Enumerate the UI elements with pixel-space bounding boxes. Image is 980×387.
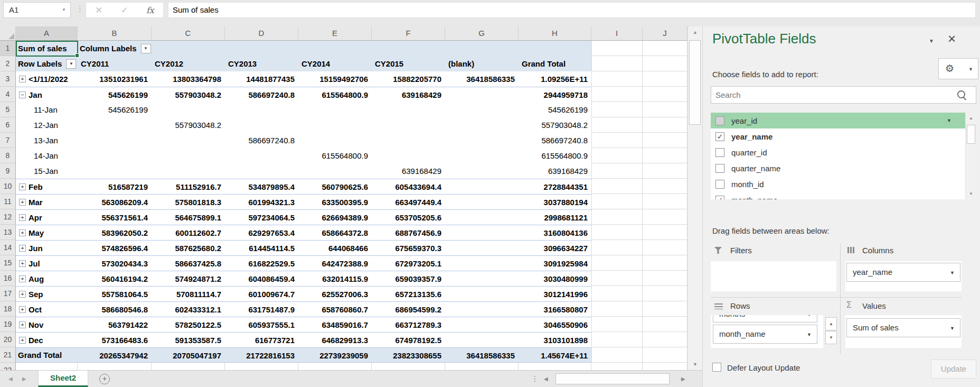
row-header-16[interactable]: 16 xyxy=(0,271,16,286)
field-dropdown-icon[interactable]: ▼ xyxy=(947,118,951,123)
table-cell[interactable] xyxy=(591,117,643,133)
table-cell[interactable]: 14481877435 xyxy=(225,71,298,87)
expand-icon[interactable]: + xyxy=(19,183,26,190)
rows-drop-area[interactable]: months▼month_name▼ xyxy=(711,315,823,348)
formula-input[interactable]: Sum of sales xyxy=(168,2,976,18)
table-cell[interactable]: 3046550906 xyxy=(519,317,591,332)
expand-icon[interactable]: + xyxy=(19,245,26,252)
table-cell[interactable]: 3012141996 xyxy=(519,286,591,301)
column-field-header[interactable]: Grand Total xyxy=(519,56,591,71)
table-cell[interactable] xyxy=(643,225,687,240)
column-header-B[interactable]: B xyxy=(78,26,152,41)
table-cell[interactable]: 632014115.9 xyxy=(298,271,372,286)
table-cell[interactable]: 3160804136 xyxy=(519,225,591,240)
table-cell[interactable] xyxy=(445,41,519,56)
table-cell[interactable]: 545626199 xyxy=(519,102,591,117)
column-header-E[interactable]: E xyxy=(298,26,372,41)
table-cell[interactable] xyxy=(643,317,687,332)
table-cell[interactable]: 563791422 xyxy=(78,317,152,332)
table-cell[interactable] xyxy=(643,41,687,56)
expand-icon[interactable]: + xyxy=(19,229,26,236)
table-cell[interactable] xyxy=(78,163,152,179)
field-item-month_name[interactable]: ✓month_name xyxy=(711,192,965,199)
field-item-year_id[interactable]: year_id▼ xyxy=(711,113,965,128)
defer-layout-checkbox[interactable] xyxy=(712,363,721,372)
table-cell[interactable] xyxy=(152,363,225,370)
table-cell[interactable] xyxy=(445,317,519,332)
row-header-3[interactable]: 3 xyxy=(0,71,16,87)
table-cell[interactable]: 3091925984 xyxy=(519,255,591,271)
table-cell[interactable]: 570811114.7 xyxy=(152,286,225,301)
expand-icon[interactable]: + xyxy=(19,337,26,344)
table-cell[interactable]: 563086209.4 xyxy=(78,194,152,209)
column-header-C[interactable]: C xyxy=(152,26,225,41)
table-cell[interactable] xyxy=(591,225,643,240)
table-cell[interactable]: 633500395.9 xyxy=(298,194,372,209)
table-cell[interactable]: 3103101898 xyxy=(519,332,591,347)
table-cell[interactable]: 663712789.3 xyxy=(372,317,445,332)
table-cell[interactable] xyxy=(643,102,687,117)
table-cell[interactable] xyxy=(445,163,519,179)
table-cell[interactable]: 642472388.9 xyxy=(298,255,372,271)
table-cell[interactable] xyxy=(591,194,643,209)
values-drop-area[interactable]: Sum of sales▼ xyxy=(845,315,962,348)
expand-icon[interactable]: + xyxy=(19,275,26,282)
table-cell[interactable]: 586697240.8 xyxy=(225,87,298,102)
field-item-quarter_id[interactable]: quarter_id xyxy=(711,144,965,160)
table-cell[interactable] xyxy=(643,179,687,194)
table-cell[interactable] xyxy=(445,117,519,133)
table-cell[interactable]: 644068466 xyxy=(298,240,372,255)
table-cell[interactable]: 1.09256E+11 xyxy=(519,71,591,87)
table-cell[interactable] xyxy=(372,41,445,56)
table-cell[interactable]: 2728844351 xyxy=(519,179,591,194)
table-cell[interactable]: 574826596.4 xyxy=(78,240,152,255)
table-cell[interactable] xyxy=(643,363,687,370)
table-cell[interactable] xyxy=(225,163,298,179)
table-cell[interactable] xyxy=(643,286,687,301)
row-header-7[interactable]: 7 xyxy=(0,133,16,148)
expand-icon[interactable]: + xyxy=(19,260,26,267)
chip-dropdown-icon[interactable]: ▼ xyxy=(950,326,955,331)
table-cell[interactable] xyxy=(591,301,643,317)
table-cell[interactable] xyxy=(591,286,643,301)
table-cell[interactable] xyxy=(445,240,519,255)
table-cell[interactable] xyxy=(519,41,591,56)
row-header-11[interactable]: 11 xyxy=(0,194,16,209)
table-cell[interactable]: 1.45674E+11 xyxy=(519,347,591,363)
table-cell[interactable]: 573020434.3 xyxy=(78,255,152,271)
row-header-18[interactable]: 18 xyxy=(0,301,16,317)
new-sheet-button[interactable]: + xyxy=(99,374,110,384)
table-cell[interactable]: 663497449.4 xyxy=(372,194,445,209)
column-header-A[interactable]: A xyxy=(16,26,78,41)
row-label-cell[interactable]: +<1/11/2022 xyxy=(16,71,78,87)
name-box[interactable]: A1 ▼ xyxy=(3,2,71,18)
row-header-12[interactable]: 12 xyxy=(0,209,16,225)
table-cell[interactable] xyxy=(591,163,643,179)
field-item-month_id[interactable]: month_id xyxy=(711,176,965,192)
cell-column-labels[interactable]: Column Labels▼ xyxy=(78,41,152,56)
field-checkbox[interactable]: ✓ xyxy=(715,196,724,200)
rows-scroll-up-icon[interactable]: ▲ xyxy=(825,317,837,330)
hscroll-right-icon[interactable]: ▶ xyxy=(681,371,685,387)
table-cell[interactable] xyxy=(643,71,687,87)
row-label-cell[interactable]: 14-Jan xyxy=(16,148,78,163)
table-cell[interactable]: 605433694.4 xyxy=(372,179,445,194)
table-cell[interactable] xyxy=(372,102,445,117)
table-cell[interactable] xyxy=(372,363,445,370)
table-cell[interactable] xyxy=(445,286,519,301)
table-cell[interactable]: 534879895.4 xyxy=(225,179,298,194)
table-cell[interactable]: 658664372.8 xyxy=(298,225,372,240)
column-field-header[interactable]: CY2014 xyxy=(298,56,372,71)
table-cell[interactable]: 574924871.2 xyxy=(152,271,225,286)
field-checkbox[interactable] xyxy=(715,164,724,173)
table-cell[interactable] xyxy=(152,163,225,179)
table-cell[interactable] xyxy=(225,363,298,370)
expand-icon[interactable]: + xyxy=(19,291,26,298)
hscroll-left-icon[interactable]: ◀ xyxy=(544,371,548,387)
row-header-5[interactable]: 5 xyxy=(0,102,16,117)
table-cell[interactable] xyxy=(78,133,152,148)
name-box-dropdown-icon[interactable]: ▼ xyxy=(62,3,66,17)
table-cell[interactable] xyxy=(78,363,152,370)
table-cell[interactable]: 560416194.2 xyxy=(78,271,152,286)
table-cell[interactable] xyxy=(591,56,643,71)
